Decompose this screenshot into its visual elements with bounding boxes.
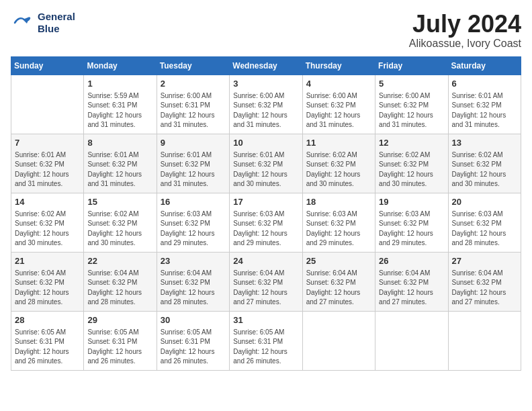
month-title: July 2024	[409, 11, 521, 38]
calendar-cell: 22Sunrise: 6:04 AMSunset: 6:32 PMDayligh…	[84, 252, 157, 311]
day-info: Sunrise: 6:02 AMSunset: 6:32 PMDaylight:…	[379, 150, 444, 189]
calendar-cell: 8Sunrise: 6:01 AMSunset: 6:32 PMDaylight…	[84, 134, 157, 193]
day-header-tuesday: Tuesday	[157, 56, 229, 75]
day-number: 25	[306, 255, 371, 267]
logo-icon	[11, 13, 35, 33]
calendar-cell: 14Sunrise: 6:02 AMSunset: 6:32 PMDayligh…	[11, 193, 84, 252]
day-info: Sunrise: 6:02 AMSunset: 6:32 PMDaylight:…	[87, 210, 152, 248]
calendar-cell: 29Sunrise: 6:05 AMSunset: 6:31 PMDayligh…	[84, 311, 157, 370]
day-number: 23	[161, 255, 226, 267]
day-info: Sunrise: 6:00 AMSunset: 6:32 PMDaylight:…	[379, 91, 444, 130]
calendar-cell: 25Sunrise: 6:04 AMSunset: 6:32 PMDayligh…	[302, 252, 375, 311]
day-info: Sunrise: 6:04 AMSunset: 6:32 PMDaylight:…	[87, 269, 152, 308]
day-header-friday: Friday	[375, 56, 448, 75]
calendar-week-row: 14Sunrise: 6:02 AMSunset: 6:32 PMDayligh…	[11, 193, 521, 252]
day-number: 15	[87, 196, 152, 208]
calendar-cell: 21Sunrise: 6:04 AMSunset: 6:32 PMDayligh…	[11, 252, 84, 311]
day-header-sunday: Sunday	[11, 56, 84, 75]
day-number: 5	[379, 78, 444, 90]
day-number: 2	[161, 78, 226, 90]
calendar-cell: 16Sunrise: 6:03 AMSunset: 6:32 PMDayligh…	[157, 193, 229, 252]
day-number: 27	[452, 255, 517, 267]
calendar-cell: 26Sunrise: 6:04 AMSunset: 6:32 PMDayligh…	[375, 252, 448, 311]
day-header-monday: Monday	[84, 56, 157, 75]
calendar-cell: 9Sunrise: 6:01 AMSunset: 6:32 PMDaylight…	[157, 134, 229, 193]
location-title: Alikoassue, Ivory Coast	[409, 38, 521, 50]
calendar-cell: 24Sunrise: 6:04 AMSunset: 6:32 PMDayligh…	[230, 252, 302, 311]
day-number: 7	[15, 137, 80, 149]
calendar-cell: 27Sunrise: 6:04 AMSunset: 6:32 PMDayligh…	[448, 252, 521, 311]
calendar-cell: 13Sunrise: 6:02 AMSunset: 6:32 PMDayligh…	[448, 134, 521, 193]
calendar-cell: 30Sunrise: 6:05 AMSunset: 6:31 PMDayligh…	[157, 311, 229, 370]
day-info: Sunrise: 6:02 AMSunset: 6:32 PMDaylight:…	[452, 150, 517, 189]
day-info: Sunrise: 6:01 AMSunset: 6:32 PMDaylight:…	[161, 150, 226, 189]
day-info: Sunrise: 6:03 AMSunset: 6:32 PMDaylight:…	[452, 210, 517, 248]
calendar-cell: 18Sunrise: 6:03 AMSunset: 6:32 PMDayligh…	[302, 193, 375, 252]
calendar-cell: 1Sunrise: 5:59 AMSunset: 6:31 PMDaylight…	[84, 75, 157, 134]
day-info: Sunrise: 6:00 AMSunset: 6:31 PMDaylight:…	[161, 91, 226, 130]
day-info: Sunrise: 6:05 AMSunset: 6:31 PMDaylight:…	[15, 328, 80, 367]
calendar-cell: 23Sunrise: 6:04 AMSunset: 6:32 PMDayligh…	[157, 252, 229, 311]
header-row: SundayMondayTuesdayWednesdayThursdayFrid…	[11, 56, 521, 75]
day-header-thursday: Thursday	[302, 56, 375, 75]
day-info: Sunrise: 6:00 AMSunset: 6:32 PMDaylight:…	[306, 91, 371, 130]
day-info: Sunrise: 6:05 AMSunset: 6:31 PMDaylight:…	[87, 328, 152, 367]
day-number: 17	[233, 196, 298, 208]
day-info: Sunrise: 6:01 AMSunset: 6:32 PMDaylight:…	[15, 150, 80, 189]
calendar-cell: 4Sunrise: 6:00 AMSunset: 6:32 PMDaylight…	[302, 75, 375, 134]
page-header: General Blue July 2024 Alikoassue, Ivory…	[11, 11, 521, 50]
calendar-cell: 6Sunrise: 6:01 AMSunset: 6:32 PMDaylight…	[448, 75, 521, 134]
day-info: Sunrise: 5:59 AMSunset: 6:31 PMDaylight:…	[87, 91, 152, 130]
day-info: Sunrise: 6:01 AMSunset: 6:32 PMDaylight:…	[87, 150, 152, 189]
day-info: Sunrise: 6:04 AMSunset: 6:32 PMDaylight:…	[161, 269, 226, 308]
day-number: 12	[379, 137, 444, 149]
day-info: Sunrise: 6:03 AMSunset: 6:32 PMDaylight:…	[379, 210, 444, 248]
day-info: Sunrise: 6:01 AMSunset: 6:32 PMDaylight:…	[233, 150, 298, 189]
day-number: 28	[15, 314, 80, 326]
calendar-cell: 19Sunrise: 6:03 AMSunset: 6:32 PMDayligh…	[375, 193, 448, 252]
calendar-cell: 28Sunrise: 6:05 AMSunset: 6:31 PMDayligh…	[11, 311, 84, 370]
day-info: Sunrise: 6:04 AMSunset: 6:32 PMDaylight:…	[306, 269, 371, 308]
day-number: 9	[161, 137, 226, 149]
calendar-table: SundayMondayTuesdayWednesdayThursdayFrid…	[11, 56, 521, 371]
calendar-cell: 3Sunrise: 6:00 AMSunset: 6:32 PMDaylight…	[230, 75, 302, 134]
logo-text: General Blue	[38, 11, 75, 35]
day-info: Sunrise: 6:05 AMSunset: 6:31 PMDaylight:…	[233, 328, 298, 367]
day-info: Sunrise: 6:04 AMSunset: 6:32 PMDaylight:…	[233, 269, 298, 308]
calendar-cell: 17Sunrise: 6:03 AMSunset: 6:32 PMDayligh…	[230, 193, 302, 252]
calendar-cell: 15Sunrise: 6:02 AMSunset: 6:32 PMDayligh…	[84, 193, 157, 252]
calendar-cell: 2Sunrise: 6:00 AMSunset: 6:31 PMDaylight…	[157, 75, 229, 134]
day-number: 8	[87, 137, 152, 149]
calendar-cell: 10Sunrise: 6:01 AMSunset: 6:32 PMDayligh…	[230, 134, 302, 193]
day-info: Sunrise: 6:04 AMSunset: 6:32 PMDaylight:…	[15, 269, 80, 308]
day-number: 14	[15, 196, 80, 208]
day-number: 11	[306, 137, 371, 149]
day-info: Sunrise: 6:02 AMSunset: 6:32 PMDaylight:…	[306, 150, 371, 189]
calendar-cell: 12Sunrise: 6:02 AMSunset: 6:32 PMDayligh…	[375, 134, 448, 193]
calendar-cell: 11Sunrise: 6:02 AMSunset: 6:32 PMDayligh…	[302, 134, 375, 193]
day-info: Sunrise: 6:04 AMSunset: 6:32 PMDaylight:…	[379, 269, 444, 308]
day-info: Sunrise: 6:05 AMSunset: 6:31 PMDaylight:…	[161, 328, 226, 367]
day-info: Sunrise: 6:03 AMSunset: 6:32 PMDaylight:…	[306, 210, 371, 248]
calendar-week-row: 21Sunrise: 6:04 AMSunset: 6:32 PMDayligh…	[11, 252, 521, 311]
calendar-week-row: 28Sunrise: 6:05 AMSunset: 6:31 PMDayligh…	[11, 311, 521, 370]
day-info: Sunrise: 6:01 AMSunset: 6:32 PMDaylight:…	[452, 91, 517, 130]
calendar-cell	[448, 311, 521, 370]
day-number: 24	[233, 255, 298, 267]
day-number: 13	[452, 137, 517, 149]
day-number: 29	[87, 314, 152, 326]
day-number: 26	[379, 255, 444, 267]
calendar-cell: 31Sunrise: 6:05 AMSunset: 6:31 PMDayligh…	[230, 311, 302, 370]
calendar-cell	[302, 311, 375, 370]
calendar-week-row: 7Sunrise: 6:01 AMSunset: 6:32 PMDaylight…	[11, 134, 521, 193]
calendar-cell: 20Sunrise: 6:03 AMSunset: 6:32 PMDayligh…	[448, 193, 521, 252]
day-info: Sunrise: 6:04 AMSunset: 6:32 PMDaylight:…	[452, 269, 517, 308]
day-number: 6	[452, 78, 517, 90]
calendar-cell: 5Sunrise: 6:00 AMSunset: 6:32 PMDaylight…	[375, 75, 448, 134]
day-number: 4	[306, 78, 371, 90]
title-block: July 2024 Alikoassue, Ivory Coast	[409, 11, 521, 50]
day-info: Sunrise: 6:03 AMSunset: 6:32 PMDaylight:…	[161, 210, 226, 248]
calendar-cell: 7Sunrise: 6:01 AMSunset: 6:32 PMDaylight…	[11, 134, 84, 193]
day-number: 22	[87, 255, 152, 267]
day-info: Sunrise: 6:00 AMSunset: 6:32 PMDaylight:…	[233, 91, 298, 130]
